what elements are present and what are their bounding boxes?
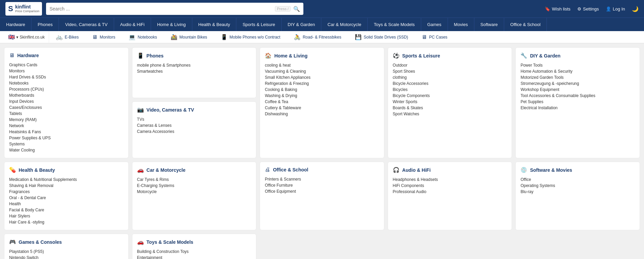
list-item[interactable]: Motorized Garden Tools [520,74,635,80]
nav-phones[interactable]: Phones [31,18,59,31]
list-item[interactable]: Entertainment [137,255,252,259]
audio-header[interactable]: 🎧 Audio & HiFi [393,167,507,173]
quick-link-monitors[interactable]: 🖥 Monitors [85,31,122,43]
list-item[interactable]: Cameras & Lenses [137,122,252,128]
list-item[interactable]: HiFi Components [393,183,507,189]
video-header[interactable]: 📷 Video, Cameras & TV [137,107,252,113]
list-item[interactable]: Tablets [9,111,124,117]
list-item[interactable]: Shaving & Hair Removal [9,183,124,189]
search-button[interactable]: 🔍 [293,6,300,12]
quick-link-ssd[interactable]: 💾 Solid State Drives (SSD) [348,31,415,43]
nav-toys[interactable]: Toys & Scale Models [368,18,421,31]
wishlist-action[interactable]: 🔖 Wish lists [545,6,571,11]
settings-action[interactable]: ⚙ Settings [577,6,599,11]
list-item[interactable]: Boards & Skates [393,105,507,111]
list-item[interactable]: Graphics Cards [9,62,124,68]
list-item[interactable]: Headphones & Headsets [393,176,507,183]
nav-movies[interactable]: Movies [448,18,474,31]
nav-diy[interactable]: DIY & Garden [282,18,322,31]
quick-link-mountain-bikes[interactable]: 🚵 Mountain Bikes [164,31,214,43]
list-item[interactable]: Hard Drives & SSDs [9,74,124,80]
games-header[interactable]: 🎮 Games & Consoles [9,239,124,245]
list-item[interactable]: Water Cooling [9,147,124,153]
region-selector[interactable]: 🇬🇧 ▾ Skinflint.co.uk [4,31,49,43]
list-item[interactable]: Building & Construction Toys [137,249,252,255]
list-item[interactable]: Coffee & Tea [265,99,379,105]
list-item[interactable]: Network [9,123,124,129]
list-item[interactable]: Heatsinks & Fans [9,129,124,135]
nav-health[interactable]: Health & Beauty [192,18,237,31]
list-item[interactable]: Small Kitchen Appliances [265,74,379,80]
quick-link-notebooks[interactable]: 💻 Notebooks [122,31,164,43]
list-item[interactable]: Tool Accessories & Consumable Supplies [520,93,635,99]
list-item[interactable]: Printers & Scanners [265,176,379,182]
login-action[interactable]: 👤 Log In [606,6,625,11]
health-header[interactable]: 💊 Health & Beauty [9,167,124,173]
list-item[interactable]: Hair Care & -styling [9,219,124,225]
list-item[interactable]: Memory (RAM) [9,117,124,123]
nav-hardware[interactable]: Hardware [0,18,31,31]
list-item[interactable]: Outdoor [393,62,507,68]
list-item[interactable]: Home Automation & Security [520,68,635,74]
list-item[interactable]: Medication & Nutritional Supplements [9,176,124,183]
list-item[interactable]: Office Equipment [265,188,379,194]
list-item[interactable]: Blu-ray [520,189,635,195]
list-item[interactable]: Winter Sports [393,99,507,105]
home-header[interactable]: 🏠 Home & Living [265,52,379,59]
phones-header[interactable]: 📱 Phones [137,52,252,59]
list-item[interactable]: clothing [393,74,507,80]
list-item[interactable]: cooling & heat [265,62,379,68]
hardware-header[interactable]: 🖥 Hardware [9,52,124,58]
list-item[interactable]: Vacuuming & Cleaning [265,68,379,74]
list-item[interactable]: Cutlery & Tableware [265,105,379,111]
list-item[interactable]: Car Tyres & Rims [137,176,252,183]
list-item[interactable]: Fragrances [9,189,124,195]
quick-link-mobile-phones[interactable]: 📱 Mobile Phones w/o Contract [214,31,287,43]
list-item[interactable]: Bicycles [393,87,507,93]
list-item[interactable]: Smartwatches [137,68,252,74]
list-item[interactable]: Systems [9,141,124,147]
logo[interactable]: S kinflint Price Comparison [5,2,42,16]
list-item[interactable]: Refrigeration & Freezing [265,80,379,87]
nav-car[interactable]: Car & Motorcycle [321,18,368,31]
list-item[interactable]: Oral - & Dental Care [9,195,124,201]
list-item[interactable]: Cases/Enclosures [9,104,124,111]
nav-audio[interactable]: Audio & HiFi [114,18,151,31]
nav-video[interactable]: Video, Cameras & TV [59,18,114,31]
sports-header[interactable]: ⚽ Sports & Leisure [393,52,507,59]
list-item[interactable]: Cooking & Baking [265,87,379,93]
list-item[interactable]: Washing & Drying [265,93,379,99]
list-item[interactable]: Professional Audio [393,189,507,195]
nav-office[interactable]: Office & School [504,18,547,31]
quick-link-fitness-bikes[interactable]: 🚴 Road- & Fitnessbikes [287,31,348,43]
list-item[interactable]: Bicycle Components [393,93,507,99]
list-item[interactable]: Hair Stylers [9,213,124,219]
list-item[interactable]: Power Supplies & UPS [9,135,124,141]
list-item[interactable]: Workshop Equipment [520,87,635,93]
nav-sports[interactable]: Sports & Leisure [236,18,281,31]
car-header[interactable]: 🚗 Car & Motorcycle [137,167,252,173]
nav-games[interactable]: Games [421,18,448,31]
list-item[interactable]: Pet Supplies [520,99,635,105]
list-item[interactable]: Sport Shoes [393,68,507,74]
quick-link-ebikes[interactable]: 🚲 E-Bikes [49,31,85,43]
list-item[interactable]: mobile phone & Smartphones [137,62,252,68]
list-item[interactable]: Playstation 5 (PS5) [9,249,124,255]
nav-software[interactable]: Software [474,18,504,31]
office-header[interactable]: 🖨 Office & School [265,167,379,173]
list-item[interactable]: Motorcycle [137,189,252,195]
toys-header[interactable]: 🚗 Toys & Scale Models [137,239,252,245]
theme-toggle[interactable]: 🌙 [632,6,639,12]
list-item[interactable]: Office [520,176,635,183]
list-item[interactable]: Processors (CPUs) [9,86,124,92]
list-item[interactable]: Operating Systems [520,183,635,189]
nav-home[interactable]: Home & Living [151,18,192,31]
list-item[interactable]: Monitors [9,68,124,74]
list-item[interactable]: Nintendo Switch [9,255,124,259]
list-item[interactable]: Stromerzeugung & -speicherung [520,80,635,87]
list-item[interactable]: Bicycle Accessories [393,80,507,87]
list-item[interactable]: Office Furniture [265,182,379,188]
diy-header[interactable]: 🔧 DIY & Garden [520,52,635,59]
list-item[interactable]: Camera Accessories [137,128,252,135]
list-item[interactable]: Power Tools [520,62,635,68]
